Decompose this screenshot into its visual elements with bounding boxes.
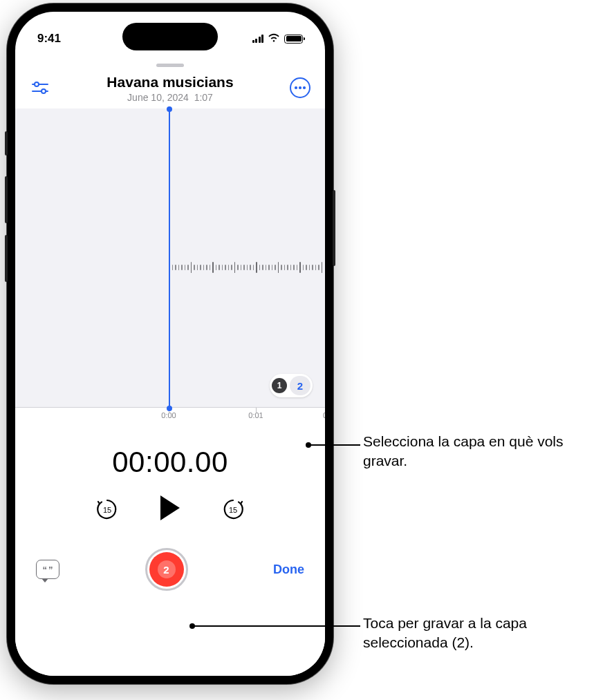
done-button[interactable]: Done [273, 562, 304, 577]
record-icon: 2 [149, 552, 184, 587]
callout-layer-select: Selecciona la capa en què vols gravar. [363, 432, 584, 471]
record-button[interactable]: 2 [145, 548, 188, 591]
layer-option-2[interactable]: 2 [290, 376, 310, 395]
waveform-area[interactable]: 1 2 0:00 0:01 0 [15, 108, 325, 426]
record-layer-badge: 2 [158, 560, 176, 578]
svg-point-2 [35, 82, 39, 86]
timer-display: 00:00.00 [15, 446, 325, 479]
wifi-icon [268, 32, 280, 45]
skip-back-15-button[interactable]: 15 [95, 498, 119, 521]
callout-leader [192, 625, 360, 627]
svg-point-3 [41, 89, 46, 93]
phone-frame: 9:41 Havana musicians [7, 3, 333, 684]
waveform [169, 254, 325, 281]
playhead[interactable] [169, 108, 170, 409]
layer-option-1[interactable]: 1 [272, 378, 287, 393]
ruler-mark: 0:00 [161, 411, 176, 419]
ruler-mark: 0:01 [248, 411, 263, 419]
transport-controls: 15 15 [15, 494, 325, 524]
more-options-icon [290, 77, 310, 98]
play-button[interactable] [158, 494, 183, 524]
more-options-button[interactable] [289, 77, 311, 99]
cellular-icon [252, 35, 264, 43]
recording-subtitle: June 10, 2024 1:07 [51, 92, 289, 103]
recording-title[interactable]: Havana musicians [51, 74, 289, 91]
screen: 9:41 Havana musicians [15, 12, 325, 676]
volume-up-button [5, 176, 8, 223]
callout-record: Toca per gravar a la capa seleccionada (… [363, 614, 591, 653]
status-icons [252, 32, 304, 45]
bottom-row: “” 2 Done [15, 548, 325, 591]
status-time: 9:41 [37, 32, 61, 46]
volume-down-button [5, 235, 8, 282]
header-row: Havana musicians June 10, 2024 1:07 [15, 73, 325, 103]
skip-forward-15-button[interactable]: 15 [221, 498, 245, 521]
callout-leader [308, 444, 360, 446]
dynamic-island [122, 23, 218, 50]
sheet-handle[interactable] [156, 64, 184, 67]
side-button [5, 131, 8, 155]
header-titles: Havana musicians June 10, 2024 1:07 [51, 73, 289, 103]
power-button [333, 190, 335, 266]
adjust-sliders-icon[interactable] [29, 77, 51, 99]
transcript-button[interactable]: “” [36, 560, 59, 579]
layer-selector[interactable]: 1 2 [270, 374, 313, 397]
recording-sheet: Havana musicians June 10, 2024 1:07 1 2 [15, 57, 325, 676]
battery-icon [284, 35, 303, 44]
ruler-mark: 0 [323, 411, 325, 419]
